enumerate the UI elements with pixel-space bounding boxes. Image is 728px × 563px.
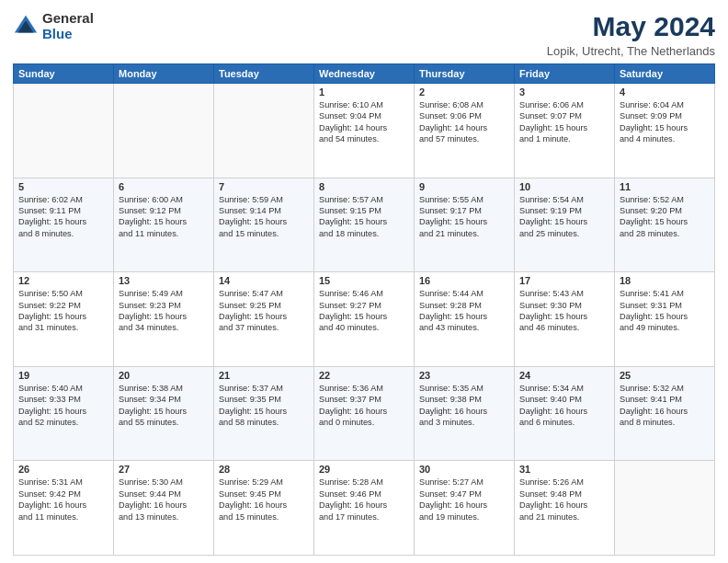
day-info-line: and 11 minutes.: [119, 228, 209, 239]
day-info-line: Sunset: 9:17 PM: [419, 205, 509, 216]
day-info-line: Daylight: 16 hours: [519, 406, 609, 417]
day-info-line: and 25 minutes.: [519, 228, 609, 239]
day-cell: [615, 461, 715, 556]
day-cell: 25Sunrise: 5:32 AMSunset: 9:41 PMDayligh…: [615, 366, 715, 461]
day-number: 16: [419, 275, 509, 286]
day-cell: 10Sunrise: 5:54 AMSunset: 9:19 PMDayligh…: [515, 178, 615, 272]
day-info-line: Sunrise: 5:36 AM: [319, 383, 409, 394]
day-info-line: Daylight: 16 hours: [319, 406, 409, 417]
day-info-line: and 31 minutes.: [18, 322, 108, 333]
day-info-line: Sunset: 9:46 PM: [319, 488, 409, 500]
day-info-line: and 4 minutes.: [620, 133, 710, 144]
calendar-header-row: SundayMondayTuesdayWednesdayThursdayFrid…: [14, 64, 715, 84]
day-info-line: Sunrise: 5:46 AM: [319, 288, 409, 299]
day-info-line: Daylight: 15 hours: [620, 311, 710, 322]
day-info-line: and 57 minutes.: [419, 133, 509, 144]
day-info-line: Daylight: 15 hours: [519, 122, 609, 133]
day-info-line: and 21 minutes.: [519, 511, 609, 523]
day-cell: 24Sunrise: 5:34 AMSunset: 9:40 PMDayligh…: [515, 366, 615, 461]
day-info-line: and 19 minutes.: [419, 511, 509, 523]
day-number: 28: [219, 464, 309, 475]
day-cell: 14Sunrise: 5:47 AMSunset: 9:25 PMDayligh…: [214, 272, 314, 367]
column-header-thursday: Thursday: [415, 64, 515, 84]
day-info-line: and 8 minutes.: [18, 228, 108, 239]
day-number: 3: [519, 86, 609, 98]
day-info-line: Sunset: 9:07 PM: [519, 110, 609, 121]
day-info-line: Daylight: 15 hours: [119, 406, 209, 417]
day-info-line: Daylight: 15 hours: [18, 311, 108, 322]
day-info-line: Sunrise: 5:35 AM: [419, 383, 509, 394]
day-info-line: Sunrise: 5:47 AM: [219, 288, 309, 299]
day-info-line: Sunrise: 5:29 AM: [219, 477, 309, 488]
day-info-line: Sunrise: 5:41 AM: [620, 288, 710, 299]
column-header-monday: Monday: [114, 64, 214, 84]
day-info-line: Sunset: 9:25 PM: [219, 300, 309, 311]
day-info-line: and 15 minutes.: [219, 228, 309, 239]
day-info-line: Sunset: 9:28 PM: [419, 300, 509, 311]
day-info-line: and 1 minute.: [519, 133, 609, 144]
day-info-line: and 34 minutes.: [119, 322, 209, 333]
day-cell: 30Sunrise: 5:27 AMSunset: 9:47 PMDayligh…: [415, 461, 515, 556]
day-info-line: Sunset: 9:11 PM: [18, 205, 108, 216]
day-info-line: Daylight: 15 hours: [519, 311, 609, 322]
day-info-line: Sunset: 9:15 PM: [319, 205, 409, 216]
day-info-line: Sunrise: 5:27 AM: [419, 477, 509, 488]
day-cell: 9Sunrise: 5:55 AMSunset: 9:17 PMDaylight…: [415, 178, 515, 272]
day-info-line: Sunset: 9:04 PM: [319, 110, 409, 121]
day-cell: 31Sunrise: 5:26 AMSunset: 9:48 PMDayligh…: [515, 461, 615, 556]
day-cell: 29Sunrise: 5:28 AMSunset: 9:46 PMDayligh…: [314, 461, 415, 556]
day-cell: 6Sunrise: 6:00 AMSunset: 9:12 PMDaylight…: [114, 178, 214, 272]
day-number: 29: [319, 464, 409, 475]
day-number: 7: [219, 181, 309, 192]
day-info-line: and 8 minutes.: [620, 417, 710, 428]
day-info-line: Sunset: 9:19 PM: [519, 205, 609, 216]
day-info-line: and 28 minutes.: [620, 228, 710, 239]
day-info-line: Daylight: 15 hours: [219, 311, 309, 322]
day-info-line: Daylight: 14 hours: [419, 122, 509, 133]
day-info-line: Daylight: 16 hours: [519, 500, 609, 511]
day-number: 11: [620, 181, 710, 192]
day-info-line: Sunset: 9:22 PM: [18, 300, 108, 311]
day-info-line: and 55 minutes.: [119, 417, 209, 428]
day-number: 9: [419, 181, 509, 192]
day-number: 17: [519, 275, 609, 286]
day-info-line: Sunrise: 5:26 AM: [519, 477, 609, 488]
day-number: 21: [219, 370, 309, 381]
subtitle: Lopik, Utrecht, The Netherlands: [547, 44, 715, 58]
day-info-line: Sunset: 9:38 PM: [419, 394, 509, 405]
day-cell: 21Sunrise: 5:37 AMSunset: 9:35 PMDayligh…: [214, 366, 314, 461]
day-number: 2: [419, 86, 509, 98]
day-number: 10: [519, 181, 609, 192]
day-info-line: and 18 minutes.: [319, 228, 409, 239]
day-info-line: Sunrise: 5:44 AM: [419, 288, 509, 299]
day-info-line: Sunset: 9:44 PM: [119, 488, 209, 500]
day-info-line: Sunset: 9:09 PM: [620, 110, 710, 121]
day-info-line: and 40 minutes.: [319, 322, 409, 333]
calendar-table: SundayMondayTuesdayWednesdayThursdayFrid…: [13, 63, 715, 556]
day-info-line: Daylight: 16 hours: [18, 500, 108, 511]
day-info-line: Daylight: 15 hours: [419, 216, 509, 227]
day-cell: 1Sunrise: 6:10 AMSunset: 9:04 PMDaylight…: [314, 84, 415, 178]
day-info-line: Sunrise: 5:50 AM: [18, 288, 108, 299]
day-info-line: Sunrise: 5:52 AM: [620, 194, 710, 205]
day-info-line: Sunrise: 5:34 AM: [519, 383, 609, 394]
day-number: 12: [18, 275, 108, 286]
day-info-line: Sunrise: 5:30 AM: [119, 477, 209, 488]
day-number: 18: [620, 275, 710, 286]
day-number: 8: [319, 181, 409, 192]
day-info-line: Sunset: 9:27 PM: [319, 300, 409, 311]
week-row-3: 12Sunrise: 5:50 AMSunset: 9:22 PMDayligh…: [14, 272, 715, 367]
logo-icon: [13, 14, 39, 40]
day-cell: 3Sunrise: 6:06 AMSunset: 9:07 PMDaylight…: [515, 84, 615, 178]
day-number: 5: [18, 181, 108, 192]
day-info-line: Daylight: 15 hours: [620, 122, 710, 133]
day-info-line: Sunset: 9:41 PM: [620, 394, 710, 405]
day-number: 31: [519, 464, 609, 475]
day-info-line: Sunrise: 5:59 AM: [219, 194, 309, 205]
day-number: 13: [119, 275, 209, 286]
day-number: 1: [319, 86, 409, 98]
column-header-tuesday: Tuesday: [214, 64, 314, 84]
day-info-line: Daylight: 16 hours: [419, 500, 509, 511]
day-info-line: and 52 minutes.: [18, 417, 108, 428]
day-info-line: and 43 minutes.: [419, 322, 509, 333]
